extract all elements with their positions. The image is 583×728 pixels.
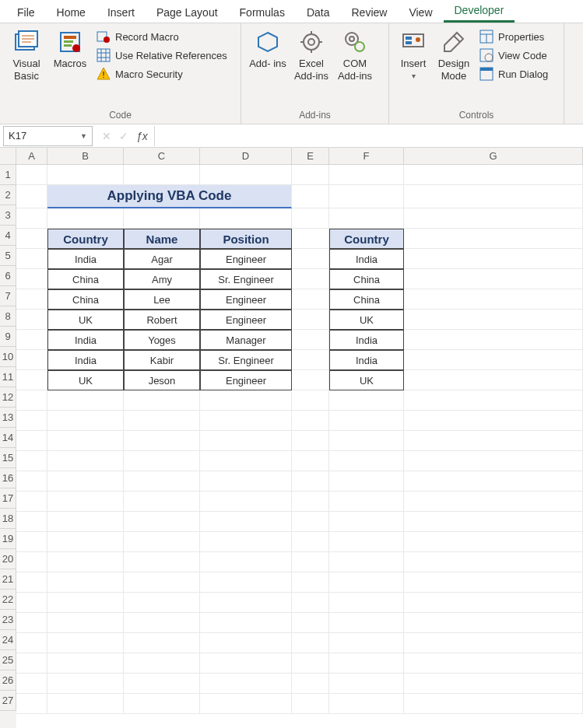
cell[interactable] xyxy=(404,165,583,185)
cell[interactable] xyxy=(404,633,583,653)
chevron-down-icon[interactable]: ▼ xyxy=(80,132,87,140)
row-header[interactable]: 25 xyxy=(0,650,16,670)
cell[interactable]: India xyxy=(329,330,404,350)
cell[interactable]: UK xyxy=(47,370,124,390)
row-header[interactable]: 12 xyxy=(0,387,16,408)
cell[interactable] xyxy=(200,165,292,185)
col-header[interactable]: A xyxy=(16,148,47,165)
cell[interactable] xyxy=(16,370,47,390)
cell[interactable] xyxy=(292,165,329,185)
cell[interactable] xyxy=(200,552,292,572)
insert-button[interactable]: Insert ▾ xyxy=(394,26,433,83)
cell[interactable] xyxy=(16,694,47,714)
cell[interactable] xyxy=(329,593,404,613)
tab-page-layout[interactable]: Page Layout xyxy=(146,2,229,23)
cell[interactable] xyxy=(16,249,47,269)
col-header[interactable]: B xyxy=(47,148,124,165)
cell[interactable] xyxy=(329,694,404,714)
cell[interactable] xyxy=(16,390,47,411)
cell[interactable] xyxy=(404,431,583,451)
cell[interactable] xyxy=(404,269,583,289)
cell[interactable] xyxy=(47,653,124,674)
cell[interactable]: India xyxy=(329,350,404,370)
use-relative-references-button[interactable]: Use Relative References xyxy=(95,47,229,64)
cell[interactable] xyxy=(329,653,404,674)
cell[interactable] xyxy=(200,694,292,714)
cell[interactable]: Sr. Engineer xyxy=(200,350,292,370)
cell[interactable] xyxy=(16,289,47,310)
cell[interactable] xyxy=(329,613,404,633)
cell[interactable] xyxy=(16,350,47,370)
cell[interactable]: Robert xyxy=(124,310,200,330)
cell[interactable] xyxy=(292,185,329,208)
cell[interactable] xyxy=(124,633,200,653)
enter-icon[interactable]: ✓ xyxy=(119,130,128,142)
cell[interactable] xyxy=(47,613,124,633)
cell[interactable] xyxy=(47,633,124,653)
cell[interactable] xyxy=(47,674,124,694)
cell[interactable] xyxy=(200,633,292,653)
cell[interactable] xyxy=(329,512,404,532)
cell[interactable] xyxy=(16,653,47,674)
cell[interactable] xyxy=(124,653,200,674)
cell[interactable] xyxy=(329,633,404,653)
cell[interactable] xyxy=(329,165,404,185)
cell[interactable] xyxy=(16,451,47,471)
cell[interactable]: Country xyxy=(47,229,124,249)
cell[interactable] xyxy=(292,269,329,289)
cell[interactable]: UK xyxy=(47,310,124,330)
cell[interactable] xyxy=(124,532,200,552)
cell[interactable] xyxy=(292,512,329,532)
cell[interactable] xyxy=(16,411,47,431)
cell[interactable] xyxy=(124,512,200,532)
cell[interactable] xyxy=(292,208,329,229)
cell[interactable] xyxy=(292,653,329,674)
excel-addins-button[interactable]: Excel Add-ins xyxy=(290,26,333,85)
cell[interactable] xyxy=(124,431,200,451)
cell[interactable]: Sr. Engineer xyxy=(200,269,292,289)
cell[interactable] xyxy=(329,208,404,229)
row-header[interactable]: 18 xyxy=(0,509,16,529)
cell[interactable] xyxy=(16,532,47,552)
cell[interactable] xyxy=(404,185,583,208)
cell[interactable] xyxy=(292,350,329,370)
cell[interactable] xyxy=(404,512,583,532)
formula-input[interactable] xyxy=(154,126,583,146)
row-header[interactable]: 24 xyxy=(0,630,16,650)
cell[interactable] xyxy=(292,492,329,512)
cell[interactable] xyxy=(404,471,583,492)
col-header[interactable]: D xyxy=(200,148,292,165)
row-header[interactable]: 5 xyxy=(0,246,16,266)
cell[interactable] xyxy=(404,572,583,593)
cell[interactable] xyxy=(292,330,329,350)
cell[interactable]: Agar xyxy=(124,249,200,269)
row-header[interactable]: 9 xyxy=(0,327,16,347)
cell[interactable]: China xyxy=(329,269,404,289)
row-header[interactable]: 27 xyxy=(0,691,16,711)
cell[interactable] xyxy=(404,451,583,471)
cell[interactable] xyxy=(200,674,292,694)
cell[interactable] xyxy=(292,674,329,694)
cell[interactable] xyxy=(329,431,404,451)
cell[interactable] xyxy=(329,532,404,552)
cell[interactable] xyxy=(404,552,583,572)
cell[interactable] xyxy=(16,185,47,208)
row-header[interactable]: 16 xyxy=(0,468,16,488)
row-header[interactable]: 7 xyxy=(0,286,16,306)
col-header[interactable]: E xyxy=(292,148,329,165)
row-header[interactable]: 10 xyxy=(0,347,16,367)
cell[interactable]: India xyxy=(47,350,124,370)
col-header[interactable]: F xyxy=(329,148,404,165)
cell[interactable]: Position xyxy=(200,229,292,249)
design-mode-button[interactable]: Design Mode xyxy=(433,26,475,85)
cell[interactable]: Engineer xyxy=(200,310,292,330)
cancel-icon[interactable]: ✕ xyxy=(102,130,111,142)
row-header[interactable]: 14 xyxy=(0,428,16,448)
cell[interactable] xyxy=(329,390,404,411)
cell[interactable]: Country xyxy=(329,229,404,249)
addins-button[interactable]: Add- ins xyxy=(246,26,290,73)
col-header[interactable]: C xyxy=(124,148,200,165)
cell[interactable] xyxy=(124,694,200,714)
cell[interactable] xyxy=(16,229,47,249)
cell[interactable] xyxy=(292,633,329,653)
